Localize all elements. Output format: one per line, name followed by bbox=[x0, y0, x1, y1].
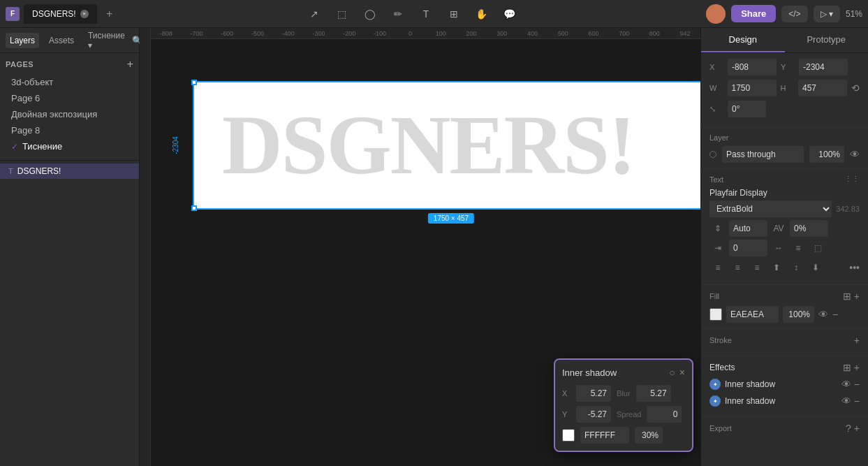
ruler-mark: -400 bbox=[273, 30, 304, 37]
popup-color-row bbox=[562, 427, 685, 444]
stroke-title: Stroke bbox=[709, 336, 732, 344]
spread-input[interactable] bbox=[647, 406, 682, 423]
fill-color-swatch[interactable] bbox=[709, 308, 722, 321]
line-height-icon[interactable]: ⇕ bbox=[709, 220, 726, 237]
tab-dsgners[interactable]: DSGNERS! × bbox=[24, 4, 97, 24]
x-input[interactable] bbox=[576, 385, 611, 402]
text-align-left-icon[interactable]: ≡ bbox=[709, 259, 726, 276]
shape-tool-icon[interactable]: ◯ bbox=[360, 4, 380, 24]
tab-design[interactable]: Design bbox=[701, 28, 785, 52]
ruler-mark: -300 bbox=[304, 30, 334, 37]
export-help-icon[interactable]: ? bbox=[846, 423, 851, 434]
component-tool-icon[interactable]: ⊞ bbox=[444, 4, 464, 24]
popup-reset-icon[interactable]: ○ bbox=[669, 367, 675, 378]
y-prop-input[interactable] bbox=[799, 59, 848, 75]
code-button[interactable]: </> bbox=[781, 6, 807, 22]
effect-icon-1: ✦ bbox=[709, 379, 721, 390]
text-section-header: Text ⋮⋮ bbox=[709, 175, 860, 184]
align-center-icon[interactable]: ≡ bbox=[790, 240, 807, 256]
rotate-row: ⤡ bbox=[709, 101, 860, 117]
rotate-input[interactable] bbox=[728, 101, 766, 117]
tab-custom[interactable]: Тиснение ▾ bbox=[84, 28, 129, 53]
letter-spacing-icon[interactable]: AV bbox=[770, 220, 787, 237]
share-button[interactable]: Share bbox=[731, 5, 776, 22]
ruler-mark: 800 bbox=[640, 30, 670, 37]
visibility-icon[interactable]: 👁 bbox=[850, 149, 860, 160]
text-valign-bot-icon[interactable]: ⬇ bbox=[807, 259, 824, 276]
text-tool-icon[interactable]: T bbox=[416, 4, 436, 24]
text-frame[interactable]: DSGNERS! 1750 × 457 bbox=[193, 81, 700, 210]
text-valign-top-icon[interactable]: ⬆ bbox=[768, 259, 785, 276]
effect-remove-2[interactable]: − bbox=[854, 395, 860, 407]
page-item-page8[interactable]: Page 8 bbox=[6, 122, 133, 138]
popup-y-row: Y Spread bbox=[562, 406, 685, 423]
popup-color-input[interactable] bbox=[580, 427, 629, 444]
stroke-add-button[interactable]: + bbox=[854, 335, 860, 346]
fill-add-button[interactable]: + bbox=[854, 291, 860, 302]
text-align-right-icon[interactable]: ≡ bbox=[749, 259, 765, 276]
align-left-icon[interactable]: ↔ bbox=[770, 240, 787, 256]
fill-row: 👁 − bbox=[709, 306, 860, 323]
indent-icon[interactable]: ⇥ bbox=[709, 240, 726, 256]
tab-add-button[interactable]: + bbox=[101, 6, 118, 22]
text-align-center-icon[interactable]: ≡ bbox=[729, 259, 746, 276]
popup-close-icon[interactable]: × bbox=[679, 367, 685, 378]
fill-remove-button[interactable]: − bbox=[832, 309, 838, 320]
fill-opacity-input[interactable] bbox=[783, 306, 814, 323]
effect-remove-1[interactable]: − bbox=[854, 379, 860, 390]
font-weight-select[interactable]: ExtraBold bbox=[709, 201, 832, 217]
text-valign-mid-icon[interactable]: ↕ bbox=[788, 259, 804, 276]
page-item-3dobject[interactable]: 3d-объект bbox=[6, 74, 133, 90]
x-label: X bbox=[562, 389, 571, 398]
frame-tool-icon[interactable]: ⬚ bbox=[332, 4, 352, 24]
rotate-label: ⤡ bbox=[709, 105, 723, 114]
blur-input[interactable] bbox=[636, 385, 671, 402]
page-item-tisnienie[interactable]: ✓ Тиснение bbox=[6, 138, 133, 154]
page-item-double[interactable]: Двойная экспозиция bbox=[6, 106, 133, 122]
effects-grid-icon[interactable]: ⊞ bbox=[843, 362, 851, 373]
tab-prototype[interactable]: Prototype bbox=[785, 28, 869, 52]
ruler-mark: 300 bbox=[487, 30, 517, 37]
hand-tool-icon[interactable]: ✋ bbox=[472, 4, 492, 24]
export-add-button[interactable]: + bbox=[854, 423, 860, 434]
corner-handle-tl[interactable] bbox=[191, 80, 197, 85]
h-prop-input[interactable] bbox=[798, 80, 847, 96]
tab-close-icon[interactable]: × bbox=[80, 10, 89, 18]
pen-tool-icon[interactable]: ✏ bbox=[388, 4, 408, 24]
layer-item-dsgners[interactable]: T DSGNERS! bbox=[0, 163, 139, 179]
tab-assets[interactable]: Assets bbox=[45, 33, 78, 48]
fill-visibility-icon[interactable]: 👁 bbox=[818, 309, 828, 320]
effect-visibility-1[interactable]: 👁 bbox=[841, 379, 851, 390]
page-item-page6[interactable]: Page 6 bbox=[6, 90, 133, 106]
move-tool-icon[interactable]: ↗ bbox=[304, 4, 324, 24]
ruler-mark: 400 bbox=[517, 30, 548, 37]
line-height-input[interactable] bbox=[729, 220, 767, 237]
effects-add-button[interactable]: + bbox=[854, 362, 860, 373]
letter-spacing-input[interactable] bbox=[790, 220, 828, 237]
align-right-icon[interactable]: ⬚ bbox=[809, 240, 826, 256]
text-section-dots[interactable]: ⋮⋮ bbox=[844, 175, 860, 184]
pages-add-button[interactable]: + bbox=[127, 59, 133, 70]
popup-opacity-input[interactable] bbox=[635, 427, 663, 444]
comment-tool-icon[interactable]: 💬 bbox=[500, 4, 520, 24]
ruler-mark: 700 bbox=[609, 30, 640, 37]
h-prop-label: H bbox=[781, 84, 795, 92]
constrain-icon[interactable]: ⟲ bbox=[851, 82, 860, 94]
corner-handle-bl[interactable] bbox=[191, 205, 197, 211]
fill-color-input[interactable] bbox=[726, 306, 779, 323]
tab-layers[interactable]: Layers bbox=[6, 33, 39, 48]
ruler-mark: 942 bbox=[670, 30, 700, 37]
fill-grid-icon[interactable]: ⊞ bbox=[843, 291, 851, 302]
blend-mode-select[interactable]: Pass through bbox=[722, 146, 804, 163]
opacity-input[interactable] bbox=[809, 146, 844, 163]
x-prop-input[interactable] bbox=[728, 59, 777, 75]
text-more-button[interactable]: ••• bbox=[849, 262, 860, 273]
w-prop-input[interactable] bbox=[728, 80, 777, 96]
canvas-area[interactable]: -808 -700 -600 -500 -400 -300 -200 -100 … bbox=[140, 28, 700, 466]
popup-x-row: X Blur bbox=[562, 385, 685, 402]
popup-color-swatch[interactable] bbox=[562, 429, 575, 442]
play-button[interactable]: ▷ ▾ bbox=[814, 6, 840, 22]
indent-input[interactable] bbox=[729, 240, 767, 256]
y-input[interactable] bbox=[576, 406, 611, 423]
effect-visibility-2[interactable]: 👁 bbox=[841, 395, 851, 407]
